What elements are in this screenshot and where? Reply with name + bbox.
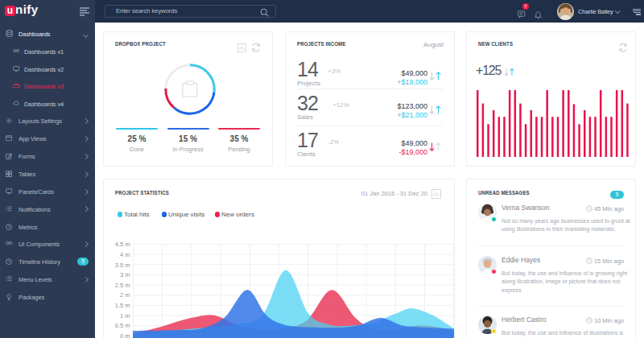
svg-text:3.5 m: 3.5 m <box>115 262 130 269</box>
svg-text:0 m: 0 m <box>120 332 130 338</box>
svg-text:3 m: 3 m <box>120 271 130 278</box>
svg-text:2 m: 2 m <box>120 291 130 299</box>
svg-text:4 m: 4 m <box>120 251 130 258</box>
svg-text:0.5 m: 0.5 m <box>115 322 130 329</box>
svg-text:4.5 m: 4.5 m <box>115 241 130 248</box>
svg-text:2.5 m: 2.5 m <box>115 282 130 289</box>
svg-text:1.5 m: 1.5 m <box>115 302 130 309</box>
svg-text:1 m: 1 m <box>120 312 130 319</box>
